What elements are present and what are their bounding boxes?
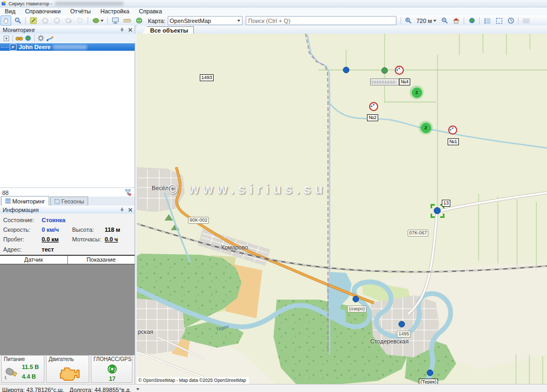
- close-icon[interactable]: [127, 206, 134, 213]
- home-view-button[interactable]: [451, 15, 462, 26]
- map-tab-all-objects[interactable]: Все объекты: [142, 26, 194, 34]
- engine-icon: [57, 365, 80, 382]
- pan-tool-button[interactable]: [1, 15, 11, 26]
- search-input[interactable]: [246, 16, 396, 25]
- sensors-col-sensor[interactable]: Датчик: [0, 256, 68, 264]
- cut-polygon-button[interactable]: [75, 15, 85, 26]
- map-point-blue[interactable]: [398, 321, 405, 327]
- vehicle-id-redacted: [53, 45, 87, 50]
- fit-selection-icon: [496, 18, 503, 24]
- town-label-stoderevskaya: Стодеревская: [370, 338, 409, 344]
- history-time-button[interactable]: [505, 15, 516, 26]
- object-cluster[interactable]: 2: [419, 121, 433, 135]
- engine-gauge: Двигатель: [46, 355, 89, 383]
- zoom-in-icon: [405, 17, 412, 24]
- hours-value[interactable]: 0.0 ч: [105, 236, 118, 243]
- gps-gauge-title: ГЛОНАСС/GPS: [93, 356, 131, 362]
- fit-extent-button[interactable]: [494, 15, 504, 26]
- sensors-col-reading[interactable]: Показание: [68, 256, 135, 264]
- menu-directories[interactable]: Справочники: [20, 7, 66, 15]
- map-label-n4: №4: [399, 79, 410, 85]
- map-point-blue[interactable]: [343, 67, 349, 73]
- zoom-in-button[interactable]: [403, 15, 414, 26]
- road-ref-90k002: 90К-002: [188, 217, 209, 224]
- map-point-blue[interactable]: [353, 296, 359, 302]
- map-viewport[interactable]: 1493 №4 2 №2 2 №1 13 07К-067 90К-002 Вес…: [137, 34, 547, 384]
- app-window: Сириус Навигатор - Вид Справочники Отчёт…: [0, 0, 547, 392]
- zoom-out-icon: [441, 17, 448, 24]
- speed-value: 0 км/ч: [42, 226, 59, 233]
- tab-geozones[interactable]: Геозоны: [50, 197, 88, 206]
- sensors-table-header: Датчик Показание: [0, 256, 135, 264]
- map-point-blue[interactable]: [427, 370, 433, 376]
- edit-tool-button[interactable]: [28, 15, 38, 26]
- map-point-green[interactable]: [381, 67, 388, 74]
- globe-button[interactable]: [466, 15, 477, 26]
- filter-button[interactable]: [123, 189, 132, 197]
- hours-label: Моточасы:: [72, 236, 101, 243]
- keyboard-button[interactable]: [521, 15, 532, 26]
- gps-gauge: ГЛОНАСС/GPS 17: [91, 355, 132, 383]
- tab-monitoring[interactable]: Мониторинг: [1, 196, 49, 206]
- toolbar-separator: [401, 17, 401, 25]
- screen-button[interactable]: [110, 15, 121, 26]
- object-cluster[interactable]: 2: [410, 85, 424, 99]
- menu-help[interactable]: Справка: [134, 7, 167, 15]
- toolbar-separator: [12, 35, 13, 42]
- map-provider-select[interactable]: OpenStreetMap: [168, 16, 243, 25]
- map-label-1493: 1493: [200, 74, 214, 81]
- map-scale-select[interactable]: 720 м: [415, 17, 439, 25]
- toolbar-separator: [107, 17, 108, 25]
- toolbar-separator: [25, 17, 26, 25]
- disconnected-device-icon[interactable]: [369, 102, 378, 111]
- menu-settings[interactable]: Настройка: [96, 7, 134, 15]
- menu-reports[interactable]: Отчёты: [66, 7, 96, 15]
- info-grid: Состояние: Стоянка Скорость: 0 км/ч Высо…: [0, 214, 135, 255]
- window-title-redacted: [55, 2, 123, 6]
- left-panel: Мониторинг P John Deere: [0, 26, 135, 384]
- tree-item-vehicle[interactable]: P John Deere: [0, 43, 135, 51]
- object-list-button[interactable]: [482, 15, 493, 26]
- satellite-icon: [107, 364, 117, 374]
- disconnected-device-icon[interactable]: [448, 126, 457, 135]
- menu-view[interactable]: Вид: [0, 7, 20, 15]
- pin-icon[interactable]: [119, 26, 126, 33]
- polygon-cut-icon: [77, 17, 84, 24]
- power-voltage-1: 11.5 В: [22, 364, 39, 370]
- circle-shape-icon: [53, 17, 60, 24]
- edit-polygon-button[interactable]: [63, 15, 74, 26]
- tree-filter-input[interactable]: [0, 189, 123, 197]
- track-button[interactable]: [45, 34, 54, 42]
- title-bar: Сириус Навигатор -: [0, 0, 547, 7]
- add-polygon-button[interactable]: [40, 15, 50, 26]
- ruler-button[interactable]: [122, 15, 132, 26]
- selected-vehicle-marker[interactable]: [434, 207, 441, 214]
- statusbar-caret-icon[interactable]: [136, 388, 139, 390]
- map-label-1495: 1495: [397, 331, 411, 338]
- sensors-table: Датчик Показание: [0, 255, 135, 355]
- tab-geozones-label: Геозоны: [61, 198, 84, 205]
- settings-button[interactable]: [36, 34, 45, 42]
- map-label-n2: №2: [367, 114, 378, 121]
- zoom-out-button[interactable]: [439, 15, 450, 26]
- disconnected-device-icon[interactable]: [395, 66, 404, 75]
- watermark: © www.sirius.su: [168, 182, 327, 197]
- show-on-map-button[interactable]: [24, 34, 33, 42]
- expand-all-button[interactable]: [2, 34, 11, 42]
- plug-icon: [4, 366, 19, 380]
- geozone-color-button[interactable]: [90, 15, 105, 26]
- mileage-value[interactable]: 0.0 км: [42, 236, 59, 243]
- globe-3d-button[interactable]: [134, 15, 144, 26]
- hand-icon: [3, 17, 10, 24]
- cluster-count: 2: [421, 123, 431, 133]
- close-icon[interactable]: [127, 26, 134, 33]
- zoom-tool-button[interactable]: [12, 15, 23, 26]
- ruler-icon: [123, 17, 131, 24]
- add-circle-button[interactable]: [51, 15, 62, 26]
- find-object-button[interactable]: [14, 34, 24, 42]
- map-scale-value: 720 м: [417, 18, 432, 24]
- status-bar: Широта: 43.78126°с.ш. Долгота: 44.89855°…: [0, 384, 547, 392]
- pin-icon[interactable]: [119, 206, 126, 213]
- binoculars-icon: [15, 35, 23, 41]
- map-canvas: [137, 34, 547, 384]
